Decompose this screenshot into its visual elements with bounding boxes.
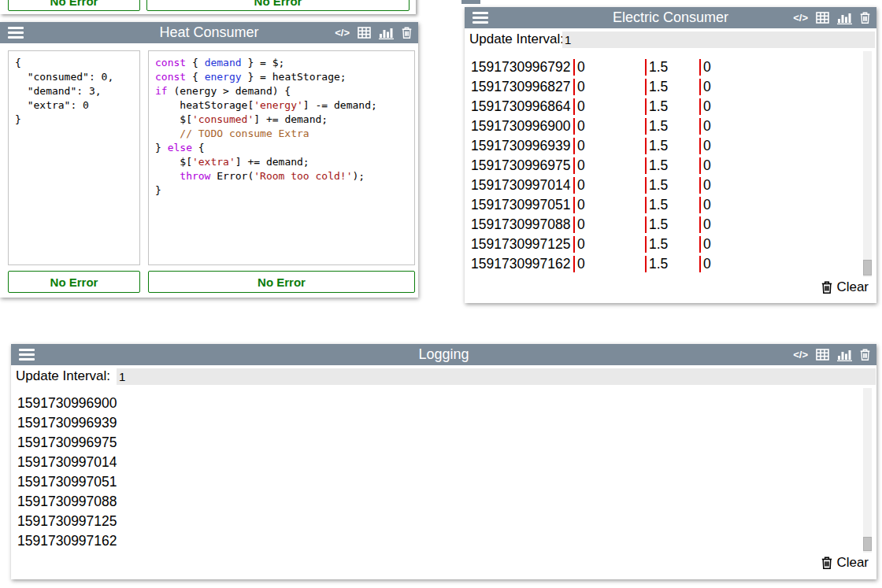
table-cell: 0	[699, 157, 861, 174]
code-line: $['consumed'] += demand;	[155, 113, 408, 127]
log-entry: 1591730997162	[11, 531, 861, 551]
table-cell: 1591730997088	[465, 216, 573, 233]
code-line: if (energy > demand) {	[155, 84, 408, 98]
status-no-error[interactable]: No Error	[8, 271, 140, 293]
trash-icon	[821, 557, 832, 569]
table-cell: 1591730996900	[465, 118, 573, 135]
table-cell: 1591730997014	[465, 177, 573, 194]
electric-table: 159173099679201.50159173099682701.501591…	[465, 57, 861, 274]
header-icons: </>	[335, 22, 412, 43]
status-no-error[interactable]: No Error	[146, 0, 410, 11]
table-cell: 0	[699, 216, 861, 233]
log-entry: 1591730997051	[11, 472, 861, 492]
table-cell: 0	[699, 79, 861, 95]
clear-label: Clear	[836, 279, 869, 295]
update-interval-label: Update Interval:	[16, 367, 110, 386]
heat-code-editor[interactable]: const { demand } = $;const { energy } = …	[148, 50, 415, 265]
chart-icon[interactable]	[379, 27, 394, 39]
table-row: 159173099712501.50	[465, 235, 861, 254]
update-interval-input[interactable]	[117, 368, 876, 385]
scrollbar-thumb[interactable]	[863, 260, 872, 276]
table-row: 159173099693901.50	[465, 136, 861, 156]
table-cell: 0	[699, 177, 861, 194]
table-icon[interactable]	[816, 349, 829, 361]
table-cell: 0	[573, 177, 645, 194]
scrollbar-thumb[interactable]	[863, 537, 872, 551]
code-icon[interactable]: </>	[335, 27, 350, 39]
table-cell: 1.5	[645, 197, 699, 213]
table-cell: 0	[699, 98, 861, 115]
table-cell: 0	[573, 138, 645, 154]
clear-button[interactable]: Clear	[821, 279, 869, 295]
table-cell: 1.5	[645, 216, 699, 233]
table-row: 159173099690001.50	[465, 116, 861, 136]
table-cell: 1.5	[645, 79, 699, 95]
table-row: 159173099682701.50	[465, 77, 861, 97]
table-cell: 0	[699, 118, 861, 135]
code-icon[interactable]: </>	[793, 349, 808, 361]
table-cell: 0	[573, 216, 645, 233]
offscreen-panel-fragment	[461, 0, 480, 4]
table-cell: 0	[573, 98, 645, 115]
table-cell: 1591730996827	[465, 79, 573, 95]
panel-header: Logging </>	[11, 344, 876, 365]
trash-icon[interactable]	[402, 27, 412, 39]
code-icon[interactable]: </>	[793, 12, 808, 24]
table-cell: 0	[699, 197, 861, 213]
table-cell: 1.5	[645, 98, 699, 115]
clear-button[interactable]: Clear	[821, 555, 869, 571]
table-cell: 1.5	[645, 157, 699, 174]
update-interval-row: Update Interval:	[465, 30, 876, 49]
trash-icon[interactable]	[860, 12, 870, 24]
table-cell: 1591730996864	[465, 98, 573, 115]
table-row: 159173099716201.50	[465, 254, 861, 274]
clear-label: Clear	[836, 555, 869, 571]
electric-consumer-panel: Electric Consumer </> Update Interval: 1…	[465, 7, 876, 303]
panel-title: Logging	[11, 344, 876, 365]
table-cell: 1591730997162	[465, 256, 573, 272]
scrollbar-track[interactable]	[863, 388, 872, 553]
table-cell: 0	[699, 256, 861, 272]
table-cell: 0	[573, 256, 645, 272]
update-interval-label: Update Interval:	[469, 30, 564, 49]
table-icon[interactable]	[816, 12, 829, 24]
offscreen-panel-bottom: No Error No Error	[0, 0, 416, 14]
log-entry: 1591730997125	[11, 512, 861, 531]
table-row: 159173099705101.50	[465, 195, 861, 215]
table-cell: 0	[573, 118, 645, 135]
update-interval-row: Update Interval:	[11, 367, 876, 386]
code-line: const { energy } = heatStorage;	[155, 70, 408, 84]
update-interval-input[interactable]	[562, 31, 875, 48]
table-row: 159173099686401.50	[465, 97, 861, 116]
table-cell: 0	[699, 59, 861, 76]
table-cell: 1.5	[645, 118, 699, 135]
table-row: 159173099701401.50	[465, 176, 861, 195]
header-icons: </>	[793, 7, 870, 28]
table-cell: 1591730996975	[465, 157, 573, 174]
table-cell: 1.5	[645, 236, 699, 253]
code-line: throw Error('Room too cold!');	[155, 169, 408, 183]
log-entry: 1591730997088	[11, 492, 861, 512]
table-cell: 1591730997125	[465, 236, 573, 253]
table-cell: 1591730996792	[465, 59, 573, 76]
table-cell: 1.5	[645, 138, 699, 154]
table-cell: 0	[573, 79, 645, 95]
table-cell: 0	[699, 138, 861, 154]
code-line: // TODO consume Extra	[155, 127, 408, 141]
status-no-error[interactable]: No Error	[148, 271, 415, 293]
table-icon[interactable]	[358, 27, 371, 39]
status-no-error[interactable]: No Error	[8, 0, 140, 11]
heat-state-editor[interactable]: { "consumed": 0, "demand": 3, "extra": 0…	[8, 50, 140, 265]
scrollbar-track[interactable]	[863, 51, 872, 277]
trash-icon[interactable]	[860, 349, 870, 361]
table-cell: 0	[573, 59, 645, 76]
table-cell: 0	[573, 236, 645, 253]
chart-icon[interactable]	[837, 349, 852, 361]
table-cell: 1.5	[645, 177, 699, 194]
log-entry: 1591730996900	[11, 394, 861, 413]
heat-consumer-panel: Heat Consumer </> { "consumed": 0, "dema…	[0, 22, 418, 298]
chart-icon[interactable]	[837, 12, 852, 24]
code-line: } else {	[155, 141, 408, 155]
table-cell: 1.5	[645, 256, 699, 272]
table-cell: 1591730997051	[465, 197, 573, 213]
